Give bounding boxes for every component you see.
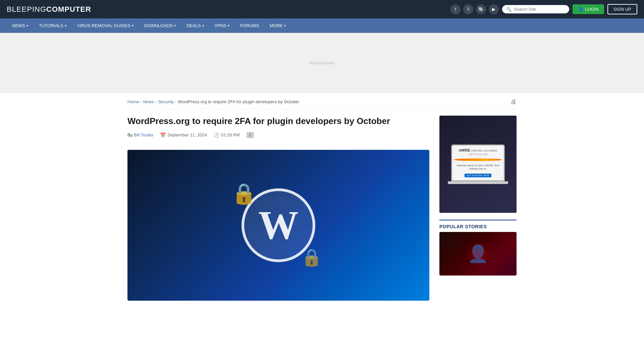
nav-item-downloads[interactable]: DOWNLOADS ▾ bbox=[139, 18, 181, 33]
breadcrumb-home[interactable]: Home bbox=[127, 99, 139, 104]
logo-suffix: COMPUTER bbox=[46, 5, 91, 13]
nav-more-caret: ▾ bbox=[284, 24, 286, 27]
search-icon: 🔍 bbox=[506, 7, 512, 12]
facebook-icon[interactable]: f bbox=[450, 4, 461, 14]
lock-icon-left: 🔒 bbox=[231, 182, 257, 205]
article-author: By Bill Toulas bbox=[127, 132, 153, 137]
signup-button[interactable]: SIGN UP bbox=[607, 4, 637, 14]
wordpress-w: W bbox=[258, 202, 299, 248]
main-layout: WordPress.org to require 2FA for plugin … bbox=[127, 116, 517, 301]
laptop-screen: mWISE | DENVER, COLORADO SEPT 18-19, 202… bbox=[452, 145, 504, 180]
search-box: 🔍 bbox=[502, 5, 569, 13]
popular-stories-section: POPULAR STORIES 👤 bbox=[439, 220, 517, 276]
nav-item-news[interactable]: NEWS ▾ bbox=[7, 18, 34, 33]
logo-prefix: BLEEPING bbox=[7, 5, 46, 13]
breadcrumb-current: WordPress.org to require 2FA for plugin … bbox=[178, 99, 300, 104]
breadcrumb: Home › News › Security › WordPress.org t… bbox=[127, 93, 517, 109]
article-time: 🕐 01:33 PM bbox=[214, 132, 240, 138]
nav-forums-label: FORUMS bbox=[240, 23, 259, 28]
nav-news-label: NEWS bbox=[12, 23, 25, 28]
time-value: 01:33 PM bbox=[221, 132, 240, 137]
nav-vpns-label: VPNS bbox=[215, 23, 226, 28]
login-label: LOGIN bbox=[585, 7, 598, 12]
social-icons: f 𝕏 🐘 ▶ bbox=[450, 4, 499, 14]
breadcrumb-sep1: › bbox=[141, 100, 142, 104]
wp-logo-container: 🔒 W 🔒 bbox=[241, 188, 315, 262]
mwise-brand: mWISE bbox=[459, 148, 470, 152]
date-value: September 11, 2024 bbox=[167, 132, 207, 137]
nav-item-vpns[interactable]: VPNS ▾ bbox=[209, 18, 235, 33]
nav-virus-label: VIRUS REMOVAL GUIDES bbox=[77, 23, 130, 28]
article-comments[interactable]: 0 bbox=[247, 132, 254, 138]
article-hero-image: 🔒 W 🔒 bbox=[127, 150, 429, 301]
ad-banner-top: Advertisement bbox=[0, 33, 644, 93]
nav-news-caret: ▾ bbox=[26, 24, 28, 27]
nav-item-deals[interactable]: DEALS ▾ bbox=[181, 18, 209, 33]
nav-deals-caret: ▾ bbox=[202, 24, 204, 27]
login-button[interactable]: 👤 LOGIN bbox=[573, 4, 604, 14]
lock-icon-right: 🔒 bbox=[301, 248, 322, 267]
site-logo[interactable]: BLEEPINGCOMPUTER bbox=[7, 5, 91, 14]
site-header: BLEEPINGCOMPUTER f 𝕏 🐘 ▶ 🔍 👤 LOGIN SIGN … bbox=[0, 0, 644, 18]
mwise-dates: SEPT 18-19, 2024 bbox=[468, 153, 487, 156]
content-wrapper: Home › News › Security › WordPress.org t… bbox=[121, 93, 523, 301]
author-link[interactable]: Bill Toulas bbox=[134, 132, 153, 137]
article-meta: By Bill Toulas 📅 September 11, 2024 🕐 01… bbox=[127, 132, 429, 143]
main-nav: NEWS ▾ TUTORIALS ▾ VIRUS REMOVAL GUIDES … bbox=[0, 18, 644, 33]
nav-item-more[interactable]: MORE ▾ bbox=[264, 18, 291, 33]
youtube-icon[interactable]: ▶ bbox=[489, 4, 499, 14]
nav-more-label: MORE bbox=[270, 23, 283, 28]
calendar-icon: 📅 bbox=[160, 132, 166, 138]
nav-vpns-caret: ▾ bbox=[228, 24, 229, 27]
nav-downloads-caret: ▾ bbox=[174, 24, 176, 27]
nav-tutorials-caret: ▾ bbox=[65, 24, 66, 27]
mwise-tagline: Nobody wants to miss mWISE. And nobody h… bbox=[454, 164, 502, 171]
mwise-cta: GET A DIGITAL PASS bbox=[465, 174, 492, 177]
nav-tutorials-label: TUTORIALS bbox=[39, 23, 63, 28]
nav-item-forums[interactable]: FORUMS bbox=[235, 18, 264, 33]
breadcrumb-news[interactable]: News bbox=[143, 99, 154, 104]
signup-label: SIGN UP bbox=[613, 7, 631, 12]
user-icon: 👤 bbox=[578, 7, 583, 12]
clock-icon: 🕐 bbox=[214, 132, 219, 138]
laptop-mockup: mWISE | DENVER, COLORADO SEPT 18-19, 202… bbox=[451, 144, 505, 181]
search-input[interactable] bbox=[514, 7, 565, 12]
header-right: f 𝕏 🐘 ▶ 🔍 👤 LOGIN SIGN UP bbox=[450, 4, 637, 14]
mwise-location: | DENVER, COLORADO bbox=[471, 149, 497, 152]
popular-story-image[interactable]: 👤 bbox=[439, 232, 517, 276]
red-glow bbox=[465, 240, 491, 267]
article: WordPress.org to require 2FA for plugin … bbox=[127, 116, 429, 301]
print-icon[interactable]: 🖨 bbox=[511, 98, 517, 105]
mwise-wave bbox=[454, 158, 502, 161]
article-title: WordPress.org to require 2FA for plugin … bbox=[127, 116, 429, 127]
breadcrumb-security[interactable]: Security bbox=[158, 99, 174, 104]
nav-item-tutorials[interactable]: TUTORIALS ▾ bbox=[34, 18, 72, 33]
article-date: 📅 September 11, 2024 bbox=[160, 132, 207, 138]
mwise-logo: mWISE | DENVER, COLORADO bbox=[459, 148, 497, 152]
nav-item-virus[interactable]: VIRUS REMOVAL GUIDES ▾ bbox=[72, 18, 139, 33]
breadcrumb-sep3: › bbox=[175, 100, 176, 104]
nav-virus-caret: ▾ bbox=[132, 24, 133, 27]
nav-downloads-label: DOWNLOADS bbox=[144, 23, 173, 28]
mastodon-icon[interactable]: 🐘 bbox=[476, 4, 486, 14]
nav-deals-label: DEALS bbox=[186, 23, 201, 28]
breadcrumb-sep2: › bbox=[155, 100, 157, 104]
sidebar: mWISE | DENVER, COLORADO SEPT 18-19, 202… bbox=[439, 116, 517, 276]
comments-value: 0 bbox=[249, 133, 251, 137]
twitter-icon[interactable]: 𝕏 bbox=[463, 4, 473, 14]
laptop-base bbox=[448, 181, 508, 184]
popular-stories-title: POPULAR STORIES bbox=[439, 220, 517, 232]
comments-bubble: 0 bbox=[247, 132, 254, 138]
sidebar-ad[interactable]: mWISE | DENVER, COLORADO SEPT 18-19, 202… bbox=[439, 116, 517, 213]
